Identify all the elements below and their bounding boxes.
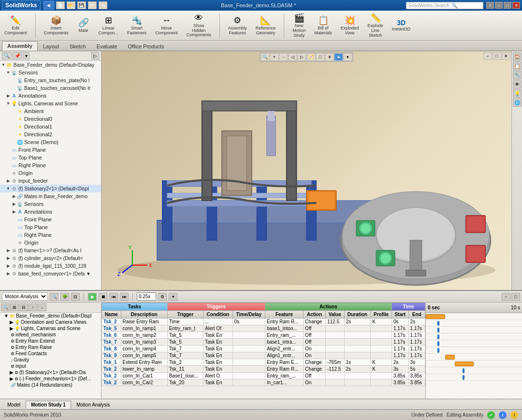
mt-down-btn[interactable]: ↓ [38,304,46,311]
reference-geometry-btn[interactable]: 📐 ReferenceGeometry [253,14,278,37]
tree-pin-btn[interactable]: 📌 [13,52,22,59]
tree-item-dir0[interactable]: ☀ Directional0 [0,115,101,123]
timeline-bar[interactable] [437,328,439,333]
mate-btn[interactable]: 🔗 Mate [75,16,92,35]
tree-item-dir2[interactable]: ☀ Directional2 [0,130,101,138]
mt-item-entry-extend[interactable]: ⚙ Entry Ram Extend [0,338,101,344]
table-row[interactable]: Tsk_8 conn_In_ramp4 Tsk_7 Task En Align2… [102,346,425,352]
tree-item-input-feeder[interactable]: ▶ ⚙ input_feeder [0,177,101,185]
tree-item-ambient[interactable]: ☀ Ambient [0,107,101,115]
motion-play-btn[interactable]: ▶ [88,293,97,301]
timeline-bar[interactable] [455,362,474,366]
side-icon-1[interactable]: 🏠 [513,52,522,61]
mt-expand-btn[interactable]: ⊞ [10,304,19,311]
table-row[interactable]: Tsk_2 Raise Entry Ram Time ... 0s Entry … [102,319,425,325]
motion-type-select[interactable]: Motion Analysis [2,292,48,301]
timeline-bar[interactable] [463,375,464,380]
motion-win-min[interactable]: − [502,293,510,301]
side-icon-6[interactable]: 🌐 [513,98,522,107]
timeline-bar[interactable] [437,348,439,353]
tree-item-scene-demo[interactable]: 🌐 Scene (Demo) [0,138,101,146]
timeline-bar[interactable] [437,321,439,326]
insert-components-btn[interactable]: 📦 InsertComponents [42,14,71,37]
table-row[interactable]: Tsk_2 lower_In_ramp Tsk_11 Task En Entry… [102,366,425,373]
quick-access-btn[interactable]: ◀ [44,1,54,10]
minimize-btn[interactable]: − [495,2,503,9]
tree-options-btn[interactable]: ▾ [23,52,29,59]
mt-item-gravity[interactable]: ↓ Gravity [0,357,101,363]
motion-table-area[interactable]: Tasks Triggers Actions Time Name Descrip… [102,303,425,399]
motion-win-max[interactable]: □ [511,293,520,301]
mt-item-feed-contacts[interactable]: ⚙ Feed Contacts [0,350,101,357]
assembly-features-btn[interactable]: ⚙ AssemblyFeatures [226,14,249,37]
mt-item-mates-redundancies[interactable]: 🔗 Mates (14 Redundancies) [0,382,101,388]
tree-item-annotations[interactable]: ▶ A Annotations [0,92,101,100]
undo-btn[interactable]: ↩ [88,1,97,9]
close-btn[interactable]: ✕ [512,2,520,9]
tree-collapse-btn[interactable]: ▷ [91,52,99,59]
mt-up-btn[interactable]: ↑ [29,304,37,311]
motion-forward-btn[interactable]: ⏭ [120,293,129,301]
mt-collapse-btn[interactable]: ⊟ [19,304,28,311]
tree-item-conveyor[interactable]: ▶ ⚙ base_feed_conveyor<1> (Defa ▼ [0,270,101,277]
bottom-tab-motion-study[interactable]: Motion Study 1 [26,401,71,408]
tree-item-top-plane[interactable]: ▭ Top Plane [0,154,101,161]
table-row[interactable]: Tsk_1 Extend Entry Ram Tsk_2 Task En Ent… [102,359,425,366]
tree-item-annotations2[interactable]: ▶ A Annotations [0,208,101,216]
viewport-close[interactable]: ✕ [502,52,510,60]
tab-sketch[interactable]: Sketch [64,42,91,51]
search-box[interactable]: SolidWorks Search 🔍 [406,2,483,9]
tree-item-sensors2[interactable]: ▶ 📡 Sensors [0,200,101,208]
move-component-btn[interactable]: ↔ MoveComponent [153,14,180,37]
motion-tree-btn[interactable]: 🌳 [60,293,69,301]
tree-item-stationary[interactable]: ▼ ⚙ (f) Stationary2<1> (Default<Displ [0,185,101,192]
mt-item-entry-raise[interactable]: ⚙ Entry Ram Raise [0,344,101,350]
bottom-tab-model[interactable]: Model [2,401,26,408]
tree-item-root[interactable]: ▼ 📁 Base_Feeder_demo (Default<Display [0,61,101,69]
new-motion-btn[interactable]: 🎬 NewMotionStudy [290,11,308,40]
table-row[interactable]: Tsk_5 conn_In_ramp1 Entry_ram_t Alert Of… [102,325,425,332]
tree-item-sensors[interactable]: ▼ 📡 Sensors [0,69,101,76]
exploded-view-btn[interactable]: 💥 ExplodedView [338,14,362,37]
new-btn[interactable]: 📄 [56,1,65,9]
mt-item-root[interactable]: ▼ 📁 Base_Feeder_demo (Default<Displ [0,313,101,319]
table-row[interactable]: Tsk_2 conn_In_Car1 Base1_touc... Alert O… [102,373,425,379]
table-row[interactable]: Tsk_7 conn_In_ramp3 Tsk_5 Task En base1_… [102,339,425,346]
tab-evaluate[interactable]: Evaluate [91,42,123,51]
table-row[interactable]: Tsk_2 conn_In_Car2 Tsk_20 Task En In_car… [102,379,425,386]
side-icon-3[interactable]: 🔧 [513,71,522,79]
timeline-bar[interactable] [445,355,455,360]
help-btn[interactable]: ? [486,2,494,9]
motion-speed-input[interactable] [137,292,156,301]
linear-component-btn[interactable]: ⊞ LinearCompon... [96,14,121,37]
tree-item-right-plane[interactable]: ▭ Right Plane [0,161,101,169]
tree-item-frame[interactable]: ▶ ⚙ (f) frame<1>->? (Default<As I [0,246,101,254]
tree-item-mates[interactable]: ▶ 🔗 Mates in Base_Feeder_demo [0,192,101,200]
tab-assembly[interactable]: Assembly [2,41,38,51]
instant3d-btn[interactable]: 3D Instant3D [390,17,413,33]
tree-filter-btn[interactable]: 🔍 [2,52,12,59]
timeline-bar[interactable] [463,368,464,373]
mt-item-infeed[interactable]: ⚙ infeed_mechanism [0,332,101,338]
viewport-maximize[interactable]: □ [493,52,501,60]
mt-item-lights[interactable]: ▶ 💡 Lights, Cameras and Scene [0,325,101,332]
tree-item-origin2[interactable]: ✛ Origin [0,239,101,246]
timeline-bar[interactable] [426,314,445,319]
side-icon-4[interactable]: 👁 [513,80,522,88]
motion-collapse-btn[interactable]: ⊟ [71,293,80,301]
tree-item-base1[interactable]: 📡 Base1_touches_carousel(No Ir [0,84,101,92]
timeline-bar[interactable] [437,334,439,339]
mt-item-feeder-mech[interactable]: ▶ ⚙ (-) Feeder_mechanism<1> (Def... [0,376,101,382]
bottom-tab-motion-analysis[interactable]: Motion Analysis [71,401,115,408]
motion-stop-btn[interactable]: ⏹ [99,293,107,301]
motion-settings-btn[interactable]: ⚙ [158,293,167,301]
mt-item-stationary2[interactable]: ▶ ⚙ (f) Stationary2<1> (Default<Dis [0,369,101,376]
mt-filter-btn[interactable]: 🔍 [1,304,10,311]
side-icon-5[interactable]: 💡 [513,89,522,98]
tree-item-dir1[interactable]: ☀ Directional1 [0,123,101,130]
bill-of-materials-btn[interactable]: 📋 Bill ofMaterials [312,14,334,37]
mt-item-orientation[interactable]: ▶ 💡 Orientation and Camera Views [0,319,101,325]
motion-rewind-btn[interactable]: ⏮ [109,293,118,301]
tree-item-lights[interactable]: ▼ 💡 Lights, Cameras and Scene [0,100,101,107]
save-btn[interactable]: 💾 [77,1,86,9]
